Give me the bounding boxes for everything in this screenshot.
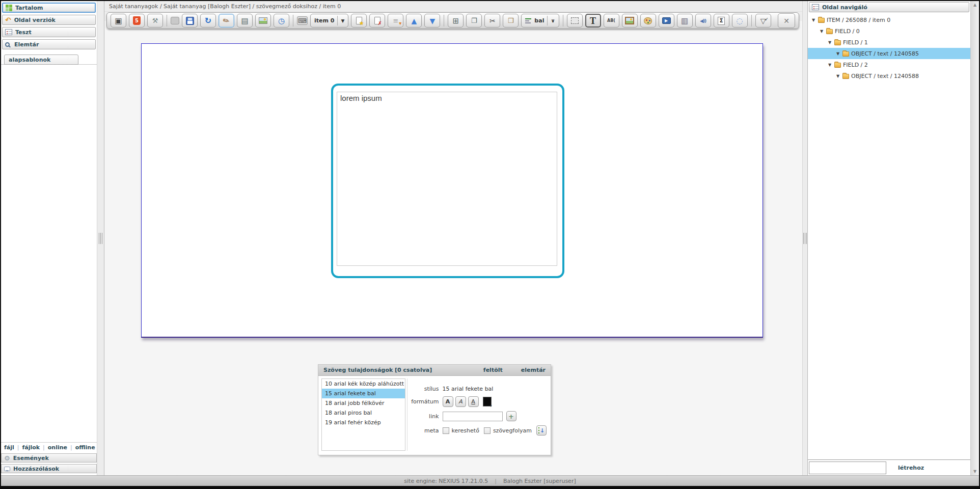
polygon-tool-button[interactable]: ◌ — [732, 14, 748, 28]
link-field-label: link — [407, 413, 439, 420]
library-action[interactable]: elemtár — [521, 367, 546, 373]
folder-icon — [842, 51, 849, 57]
video-tool-button[interactable]: ▶ — [659, 14, 674, 28]
folder-icon — [834, 40, 841, 45]
new-page-icon: ★ — [356, 17, 362, 24]
right-splitter[interactable] — [802, 1, 808, 475]
expand-toggle-icon[interactable]: ▼ — [827, 40, 832, 45]
textflow-checkbox[interactable] — [484, 427, 491, 434]
expand-toggle-icon[interactable]: ▼ — [811, 18, 816, 22]
move-up-button[interactable]: ▲ — [406, 14, 422, 28]
item-dropdown[interactable]: item 0 ▼ — [310, 14, 348, 28]
engine-version: site engine: NEXIUS 17.21.0.5 — [404, 478, 488, 484]
searchable-checkbox[interactable] — [443, 427, 449, 434]
filter-button[interactable]: ▽✓ — [755, 14, 771, 28]
tab-alapsablonok[interactable]: alapsablonok — [4, 55, 78, 65]
filmstrip-icon: ▥ — [681, 16, 688, 25]
link-fajl[interactable]: fájl — [4, 444, 14, 451]
table-button[interactable]: ⊞ — [448, 14, 464, 28]
app-window: Tartalom ↶ Oldal verziók Teszt Elemtár a… — [0, 0, 980, 489]
style-option[interactable]: 10 arial kék közép aláhúzott — [322, 379, 405, 389]
expand-toggle-icon[interactable]: ▼ — [819, 29, 824, 34]
tree-node-item[interactable]: ▼ ITEM / 265088 / item 0 — [808, 14, 970, 25]
tree-node-field2[interactable]: ▼ FIELD / 2 — [808, 59, 970, 70]
audio-tool-button[interactable]: ◀)) — [695, 14, 711, 28]
arrow-up-icon: ▲ — [411, 17, 417, 25]
refresh-button[interactable]: ↻ — [200, 14, 216, 28]
copy-button[interactable]: ❐ — [466, 14, 482, 28]
close-button[interactable]: ✕ — [778, 13, 795, 28]
file-links-row: fájl | fájlok | online | offline — [1, 442, 97, 452]
navigator-scrollbar[interactable]: ▲ ▼ — [970, 1, 979, 475]
cut-button[interactable]: ✂ — [484, 14, 500, 28]
create-input[interactable] — [809, 461, 886, 474]
link-online[interactable]: online — [48, 444, 67, 451]
history-button[interactable]: ◷ — [274, 14, 289, 28]
paste-button[interactable]: ❒ — [503, 14, 519, 28]
delete-item-button[interactable]: ✗ — [369, 14, 385, 28]
formula-tool-button[interactable]: Σ — [714, 14, 729, 28]
gears-icon: ⚙ — [4, 455, 10, 461]
move-down-button[interactable]: ▼ — [424, 14, 440, 28]
clock-icon: ◷ — [278, 16, 285, 25]
brush-button[interactable]: ✎ — [219, 14, 234, 28]
textflow-order-button[interactable]: ↓ — [536, 425, 547, 436]
scroll-down-icon[interactable]: ▼ — [973, 469, 976, 474]
clipboard-icon: ❒ — [508, 17, 514, 24]
add-link-button[interactable]: + — [506, 411, 516, 421]
italic-button[interactable]: A — [455, 396, 466, 407]
reorder-item-button[interactable]: ≡▾ — [388, 14, 403, 28]
image-tool-button[interactable] — [622, 14, 638, 28]
list-icon — [5, 29, 12, 35]
folder-icon — [818, 18, 825, 23]
link-input[interactable] — [443, 412, 503, 421]
style-option[interactable]: 18 arial piros bal — [322, 408, 405, 418]
sidebar-item-tartalom[interactable]: Tartalom — [2, 3, 96, 13]
tree-node-field0[interactable]: ▼ FIELD / 0 — [808, 25, 970, 37]
text-color-swatch[interactable] — [483, 397, 492, 406]
left-splitter[interactable] — [97, 1, 104, 475]
sidebar-item-esemenyek[interactable]: ⚙ Események — [1, 453, 97, 463]
palette-tool-button[interactable] — [640, 14, 656, 28]
upload-action[interactable]: feltölt — [483, 367, 503, 373]
copy-icon: ❐ — [471, 17, 477, 24]
sidebar-item-elemtar[interactable]: Elemtár — [2, 39, 96, 49]
bold-button[interactable]: A — [443, 396, 453, 407]
tree-node-object-selected[interactable]: ▼ OBJECT / text / 1240585 — [808, 48, 970, 59]
sidebar-item-oldal-verziok[interactable]: ↶ Oldal verziók — [2, 15, 96, 25]
align-dropdown[interactable]: bal ∨ — [521, 14, 559, 28]
film-tool-button[interactable]: ▥ — [677, 14, 693, 28]
form-button[interactable]: ▤ — [237, 14, 253, 28]
sigma-icon: Σ — [718, 17, 725, 25]
expand-toggle-icon[interactable]: ▼ — [827, 63, 832, 67]
style-option[interactable]: 18 arial jobb félkövér — [322, 398, 405, 408]
tools-button[interactable]: ⚒ — [147, 14, 163, 28]
image-mode-button[interactable] — [255, 14, 271, 28]
breadcrumb: Saját tananyagok / Saját tananyag [Balog… — [104, 1, 802, 12]
splitter-grip[interactable] — [803, 233, 807, 244]
sidebar-item-label: Oldal verziók — [14, 17, 56, 23]
preview-button[interactable]: ▣ — [111, 14, 126, 28]
create-button[interactable]: létrehoz — [893, 463, 929, 473]
html5-button[interactable]: 5 — [129, 14, 145, 28]
textfield-tool-button[interactable]: AB( — [604, 14, 619, 28]
underline-button[interactable]: A — [468, 396, 479, 407]
text-object[interactable]: lorem ipsum — [337, 92, 557, 266]
save-button[interactable] — [182, 14, 198, 28]
splitter-grip[interactable] — [99, 233, 103, 244]
new-item-button[interactable]: ★ — [351, 14, 367, 28]
style-option[interactable]: 19 arial fehér közép — [322, 418, 405, 427]
link-offline[interactable]: offline — [75, 444, 95, 451]
text-tool-button[interactable]: T — [585, 14, 601, 28]
sidebar-item-teszt[interactable]: Teszt — [2, 27, 96, 37]
tree-node-field1[interactable]: ▼ FIELD / 1 — [808, 37, 970, 48]
expand-toggle-icon[interactable]: ▼ — [835, 74, 840, 78]
expand-toggle-icon[interactable]: ▼ — [835, 51, 840, 56]
style-option-selected[interactable]: 15 arial fekete bal — [322, 389, 405, 398]
sidebar-item-hozzaszolasok[interactable]: Hozzászólások — [1, 464, 97, 473]
select-frame-button[interactable] — [567, 14, 583, 28]
link-fajlok[interactable]: fájlok — [22, 444, 40, 451]
tree-node-object2[interactable]: ▼ OBJECT / text / 1240588 — [808, 70, 970, 82]
keyboard-button[interactable]: ⌨ — [297, 16, 308, 25]
scroll-up-icon[interactable]: ▲ — [973, 3, 976, 7]
